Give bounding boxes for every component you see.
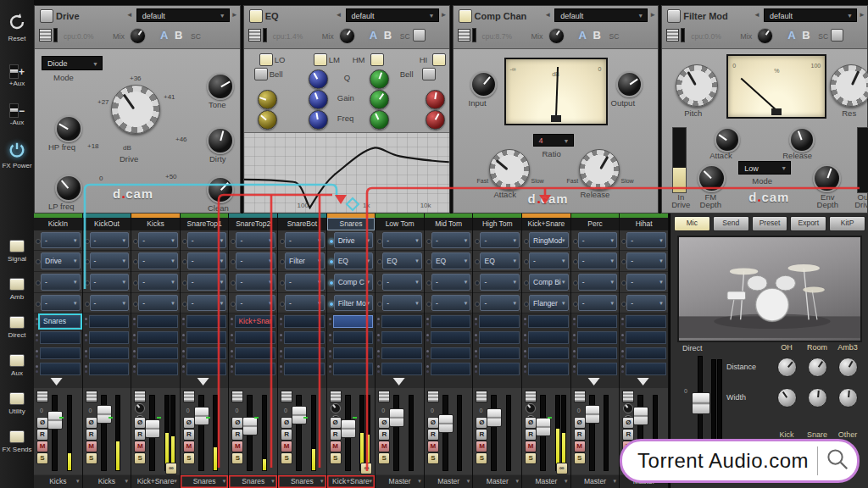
preset-dropdown[interactable]: default▼ bbox=[136, 8, 230, 22]
channel-fx-slot[interactable]: -▼ bbox=[229, 230, 277, 252]
filter-attack-knob[interactable] bbox=[715, 127, 740, 152]
eq-hi-freq-knob[interactable] bbox=[426, 110, 445, 130]
channel-name[interactable]: SnareTop1 bbox=[181, 218, 229, 230]
drive-amount-knob[interactable] bbox=[111, 85, 160, 134]
comp-attack-knob[interactable] bbox=[489, 149, 530, 190]
fader-track[interactable] bbox=[345, 395, 351, 471]
fader-cap[interactable] bbox=[194, 407, 209, 425]
channel-send-slot[interactable] bbox=[181, 346, 229, 362]
mute-button[interactable]: M bbox=[134, 441, 146, 452]
sidechain-checkbox[interactable] bbox=[413, 29, 426, 42]
preset-prev-arrow[interactable]: ◄ bbox=[126, 11, 133, 19]
channel-send-slot[interactable] bbox=[522, 346, 570, 362]
channel-send-slot[interactable] bbox=[571, 330, 620, 346]
fader-track[interactable] bbox=[589, 395, 595, 471]
channel-send-slot[interactable] bbox=[620, 313, 668, 330]
tab-mic[interactable]: Mic bbox=[674, 216, 710, 231]
preset-dropdown[interactable]: default▼ bbox=[554, 8, 648, 22]
phase-button[interactable]: Ø bbox=[525, 417, 537, 429]
channel-fx-slot[interactable]: EQ▼ bbox=[425, 251, 473, 272]
view-toggle-signal[interactable]: Signal bbox=[0, 240, 34, 263]
channel-send-slot[interactable] bbox=[473, 346, 521, 362]
preset-next-arrow[interactable]: ► bbox=[649, 11, 656, 19]
channel-send-slot[interactable] bbox=[83, 330, 131, 346]
channel-send-slot[interactable] bbox=[376, 361, 424, 377]
channel-send-slot[interactable] bbox=[425, 313, 473, 330]
fader-track[interactable] bbox=[101, 395, 107, 471]
channel-preset-icon[interactable] bbox=[183, 391, 195, 402]
channel-fx-slot[interactable]: RingMod▼ bbox=[522, 230, 570, 252]
channel-fx-slot[interactable]: -▼ bbox=[425, 293, 473, 314]
mix-knob[interactable] bbox=[548, 28, 565, 44]
channel-name[interactable]: KickOut bbox=[83, 218, 131, 230]
channel-fx-slot[interactable]: -▼ bbox=[522, 251, 570, 272]
fader-cap[interactable] bbox=[145, 419, 160, 438]
channel-preset-icon[interactable] bbox=[36, 391, 48, 402]
preset-file-icon[interactable] bbox=[458, 29, 470, 42]
channel-send-slot[interactable] bbox=[376, 330, 424, 346]
filter-in-drive-slider[interactable] bbox=[672, 127, 687, 193]
record-button[interactable]: R bbox=[231, 429, 243, 441]
comp-mini-knob[interactable] bbox=[623, 403, 633, 413]
channel-fx-slot[interactable]: -▼ bbox=[571, 251, 620, 272]
channel-send-slot[interactable] bbox=[425, 361, 473, 377]
filter-fm-depth-knob[interactable] bbox=[698, 164, 726, 192]
channel-send-slot[interactable] bbox=[278, 361, 326, 377]
channel-fx-slot[interactable]: -▼ bbox=[34, 230, 82, 252]
channel-fx-slot[interactable]: -▼ bbox=[571, 272, 620, 293]
ab-compare-b[interactable]: B bbox=[802, 29, 810, 42]
eq-hm-enable-checkbox[interactable] bbox=[370, 53, 384, 66]
solo-button[interactable]: S bbox=[281, 452, 292, 464]
sidechain-checkbox[interactable] bbox=[831, 29, 843, 42]
channel-send-slot[interactable] bbox=[131, 346, 180, 362]
preset-prev-arrow[interactable]: ◄ bbox=[336, 11, 342, 19]
mute-button[interactable]: M bbox=[281, 441, 292, 452]
channel-preset-icon[interactable] bbox=[231, 391, 243, 402]
solo-button[interactable]: S bbox=[134, 452, 146, 464]
channel-preset-icon[interactable] bbox=[476, 391, 487, 402]
record-button[interactable]: R bbox=[330, 429, 342, 441]
fader-track[interactable] bbox=[198, 395, 204, 471]
eq-hi-bell-checkbox[interactable] bbox=[422, 68, 436, 80]
channel-fx-slot[interactable]: -▼ bbox=[473, 230, 521, 252]
solo-button[interactable]: S bbox=[86, 452, 97, 464]
channel-send-slot[interactable] bbox=[620, 330, 668, 346]
channel-send-slot[interactable] bbox=[571, 313, 620, 330]
preset-prev-arrow[interactable]: ◄ bbox=[544, 11, 551, 19]
tab-export[interactable]: Export bbox=[790, 216, 826, 231]
direct-fader-cap[interactable] bbox=[692, 392, 710, 414]
fader-cap[interactable] bbox=[242, 417, 258, 435]
fader-cap[interactable] bbox=[389, 408, 404, 427]
channel-fx-slot[interactable]: -▼ bbox=[376, 272, 424, 293]
channel-fx-slot[interactable]: -▼ bbox=[473, 272, 521, 293]
hp-freq-knob[interactable] bbox=[55, 115, 82, 142]
fx-enable-checkbox[interactable] bbox=[40, 9, 53, 23]
fader-track[interactable] bbox=[296, 395, 302, 471]
channel-output-selector[interactable]: Kick+Snare▼ bbox=[131, 475, 180, 488]
phase-button[interactable]: Ø bbox=[86, 417, 97, 429]
channel-output-selector[interactable]: Snares▼ bbox=[278, 475, 326, 488]
fader-cap[interactable] bbox=[47, 411, 63, 430]
channel-send-slot[interactable] bbox=[278, 346, 326, 362]
solo-button[interactable]: S bbox=[427, 452, 439, 464]
solo-button[interactable]: S bbox=[574, 452, 586, 464]
comp-ratio-dropdown[interactable]: 4 ▼ bbox=[533, 134, 574, 147]
channel-send-slot[interactable] bbox=[34, 330, 82, 346]
ab-compare-b[interactable]: B bbox=[175, 29, 182, 42]
filter-release-knob[interactable] bbox=[789, 127, 815, 152]
phase-button[interactable]: Ø bbox=[574, 417, 586, 429]
distance-knob-oh[interactable] bbox=[777, 358, 797, 377]
mute-button[interactable]: M bbox=[574, 441, 586, 452]
channel-fx-slot[interactable]: -▼ bbox=[181, 251, 229, 272]
channel-send-slot[interactable] bbox=[229, 330, 277, 346]
channel-fx-slot[interactable]: EQ▼ bbox=[327, 251, 376, 272]
channel-output-selector[interactable]: Kicks▼ bbox=[34, 475, 82, 488]
phase-button[interactable]: Ø bbox=[330, 417, 342, 429]
phase-button[interactable]: Ø bbox=[427, 417, 439, 429]
fader-cap[interactable] bbox=[585, 405, 600, 424]
filter-res-knob[interactable] bbox=[830, 64, 868, 107]
channel-send-slot[interactable] bbox=[278, 313, 326, 330]
channel-fx-slot[interactable]: Drive▼ bbox=[327, 230, 376, 252]
channel-fx-slot[interactable]: -▼ bbox=[425, 230, 473, 252]
channel-send-slot[interactable] bbox=[425, 330, 473, 346]
